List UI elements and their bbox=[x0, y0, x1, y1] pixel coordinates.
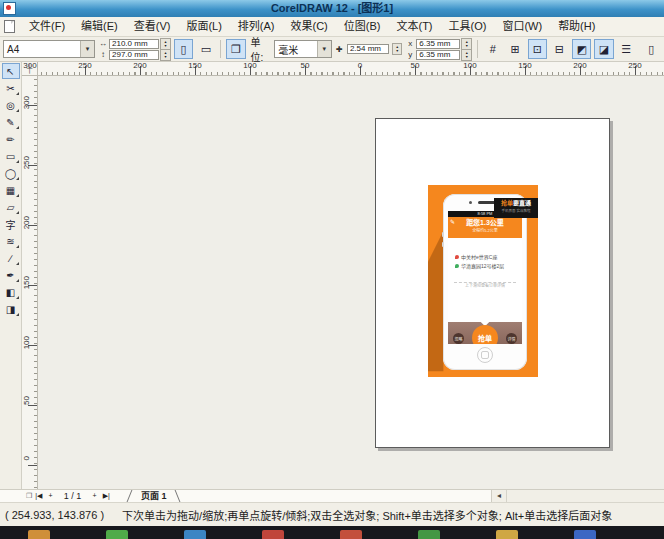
scroll-left-arrow-icon[interactable]: ◂ bbox=[492, 490, 507, 502]
menu-file[interactable]: 文件(F) bbox=[21, 17, 73, 36]
chevron-down-icon[interactable]: ▾ bbox=[80, 41, 94, 57]
swipe-hint: 上下滑动查看订单详情 bbox=[448, 283, 522, 289]
duplicate-x-field[interactable]: 6.35 mm bbox=[416, 39, 460, 49]
paper-size-value: A4 bbox=[7, 44, 19, 55]
landscape-button[interactable]: ▭ bbox=[196, 39, 215, 59]
nudge-offset-icon: ✚ bbox=[335, 45, 344, 54]
menu-window[interactable]: 窗口(W) bbox=[494, 17, 550, 36]
badge-highlight: 抢单 bbox=[501, 200, 513, 206]
text-tool[interactable]: 字 bbox=[2, 216, 20, 232]
separator bbox=[220, 40, 221, 58]
page-area[interactable]: 8:58 PM ✎ 距您1.3公里 全程约5.2公里 中关村e世界C座 bbox=[375, 118, 610, 448]
portrait-button[interactable]: ▯ bbox=[174, 39, 193, 59]
v-ruler-label: 200 bbox=[23, 216, 31, 229]
pencil-icon: ✎ bbox=[450, 218, 455, 225]
eyedropper-tool[interactable]: ∕ bbox=[2, 250, 20, 266]
duplicate-distance: x 6.35 mm ▴▾ y 6.35 mm ▴▾ bbox=[405, 39, 472, 60]
badge-rest: 要直通 bbox=[513, 200, 531, 206]
taskbar-app-2-icon[interactable] bbox=[106, 530, 128, 539]
apply-to-all-pages-button[interactable]: ❐ bbox=[226, 39, 245, 59]
taskbar-app-3-icon[interactable] bbox=[184, 530, 206, 539]
menu-view[interactable]: 查看(V) bbox=[126, 17, 179, 36]
volume-button-icon bbox=[442, 242, 444, 247]
h-ruler-label: 250 bbox=[628, 62, 641, 70]
pickup-pin-icon bbox=[455, 255, 459, 259]
treat-as-filled-button[interactable]: ◩ bbox=[572, 39, 591, 59]
zoom-tool[interactable]: ◎ bbox=[2, 97, 20, 113]
nudge-offset-field[interactable]: 2.54 mm bbox=[347, 44, 389, 54]
paper-width-icon: ↔ bbox=[98, 39, 108, 48]
units-select[interactable]: 毫米 ▾ bbox=[274, 40, 332, 58]
scrollbar-track[interactable] bbox=[507, 490, 664, 502]
taskbar-app-1-icon[interactable] bbox=[28, 530, 50, 539]
h-ruler-label: 50 bbox=[301, 62, 310, 70]
outline-tool[interactable]: ✒ bbox=[2, 267, 20, 283]
menu-text[interactable]: 文本(T) bbox=[388, 17, 440, 36]
snap-to-grid-button[interactable]: # bbox=[483, 39, 502, 59]
paper-dimensions: ↔ 210.0 mm ▴▾ ↕ 297.0 mm ▴▾ bbox=[98, 39, 171, 60]
paper-height-icon: ↕ bbox=[98, 50, 108, 59]
horizontal-ruler[interactable]: 30025020015010050050100150200250 bbox=[38, 62, 664, 76]
workspace: ↖✂◎✎✏▭◯▦▱字≋∕✒◧◨ ┼ 3002502001501005005010… bbox=[0, 62, 664, 489]
shape-tool[interactable]: ✂ bbox=[2, 80, 20, 96]
h-ruler-label: 250 bbox=[78, 62, 91, 70]
last-page-button[interactable]: ▶| bbox=[100, 490, 113, 502]
distance-subtitle: 全程约5.2公里 bbox=[448, 228, 522, 233]
paper-width-field[interactable]: 210.0 mm bbox=[109, 39, 159, 49]
interactive-blend-tool[interactable]: ≋ bbox=[2, 233, 20, 249]
home-button-icon bbox=[477, 347, 493, 363]
duplicate-y-field[interactable]: 6.35 mm bbox=[416, 50, 460, 60]
detail-button: 详情 bbox=[506, 333, 517, 344]
freehand-tool[interactable]: ✎ bbox=[2, 114, 20, 130]
badge-subtitle: 手机界面 实战教程 bbox=[494, 209, 538, 213]
basic-shapes-tool[interactable]: ▱ bbox=[2, 199, 20, 215]
nudge-options-button[interactable]: ☰ bbox=[617, 39, 636, 59]
horizontal-scrollbar[interactable]: ◂ bbox=[491, 490, 664, 502]
taskbar-app-5-icon[interactable] bbox=[340, 530, 362, 539]
menu-bitmaps[interactable]: 位图(B) bbox=[336, 17, 389, 36]
artwork-image[interactable]: 8:58 PM ✎ 距您1.3公里 全程约5.2公里 中关村e世界C座 bbox=[428, 185, 538, 377]
chevron-down-icon[interactable]: ▾ bbox=[317, 41, 331, 57]
page-options-button[interactable]: ▯ bbox=[642, 39, 661, 59]
page-navigation-bar: ❐ |◀ + 1 / 1 + ▶| 页面 1 ◂ bbox=[0, 489, 664, 502]
taskbar-app-6-icon[interactable] bbox=[418, 530, 440, 539]
taskbar-app-7-icon[interactable] bbox=[496, 530, 518, 539]
pick-tool[interactable]: ↖ bbox=[2, 63, 20, 79]
paper-size-select[interactable]: A4 ▾ bbox=[3, 40, 95, 58]
menu-bar: 文件(F)编辑(E)查看(V)版面(L)排列(A)效果(C)位图(B)文本(T)… bbox=[0, 17, 664, 37]
menu-effects[interactable]: 效果(C) bbox=[283, 17, 336, 36]
snap-to-guidelines-button[interactable]: ⊞ bbox=[505, 39, 524, 59]
child-window-icon[interactable] bbox=[4, 20, 15, 33]
vertical-ruler[interactable]: 300250200150100500 bbox=[22, 76, 38, 489]
first-page-button[interactable]: |◀ bbox=[32, 490, 45, 502]
windows-taskbar bbox=[0, 526, 664, 539]
rectangle-tool[interactable]: ▭ bbox=[2, 148, 20, 164]
snap-to-dynamic-guides-button[interactable]: ⊟ bbox=[550, 39, 569, 59]
smart-drawing-tool[interactable]: ✏ bbox=[2, 131, 20, 147]
menu-help[interactable]: 帮助(H) bbox=[550, 17, 603, 36]
interactive-fill-tool[interactable]: ◨ bbox=[2, 301, 20, 317]
units-value: 毫米 bbox=[278, 42, 298, 57]
coreldraw-app-icon[interactable] bbox=[3, 2, 16, 15]
taskbar-app-8-icon[interactable] bbox=[574, 530, 596, 539]
nudge-offset-spinner[interactable]: ▴▾ bbox=[392, 43, 402, 55]
drawing-canvas[interactable]: 8:58 PM ✎ 距您1.3公里 全程约5.2公里 中关村e世界C座 bbox=[38, 76, 664, 489]
page-tab[interactable]: 页面 1 bbox=[125, 490, 183, 502]
ignore-button: 忽略 bbox=[453, 333, 464, 344]
volume-button-icon bbox=[442, 232, 444, 237]
duplicate-y-spinner[interactable]: ▴▾ bbox=[461, 49, 472, 61]
menu-layout[interactable]: 版面(L) bbox=[178, 17, 229, 36]
paper-height-spinner[interactable]: ▴▾ bbox=[160, 49, 171, 61]
fill-tool[interactable]: ◧ bbox=[2, 284, 20, 300]
paper-height-field[interactable]: 297.0 mm bbox=[109, 50, 159, 60]
taskbar-app-4-icon[interactable] bbox=[262, 530, 284, 539]
pickup-row: 中关村e世界C座 bbox=[448, 252, 522, 261]
add-page-before-button[interactable]: + bbox=[45, 490, 55, 502]
menu-tools[interactable]: 工具(O) bbox=[441, 17, 495, 36]
marquee-select-button[interactable]: ◪ bbox=[594, 39, 613, 59]
add-page-after-button[interactable]: + bbox=[90, 490, 100, 502]
snap-to-objects-button[interactable]: ⊡ bbox=[528, 39, 547, 59]
graph-paper-tool[interactable]: ▦ bbox=[2, 182, 20, 198]
menu-edit[interactable]: 编辑(E) bbox=[73, 17, 126, 36]
ellipse-tool[interactable]: ◯ bbox=[2, 165, 20, 181]
